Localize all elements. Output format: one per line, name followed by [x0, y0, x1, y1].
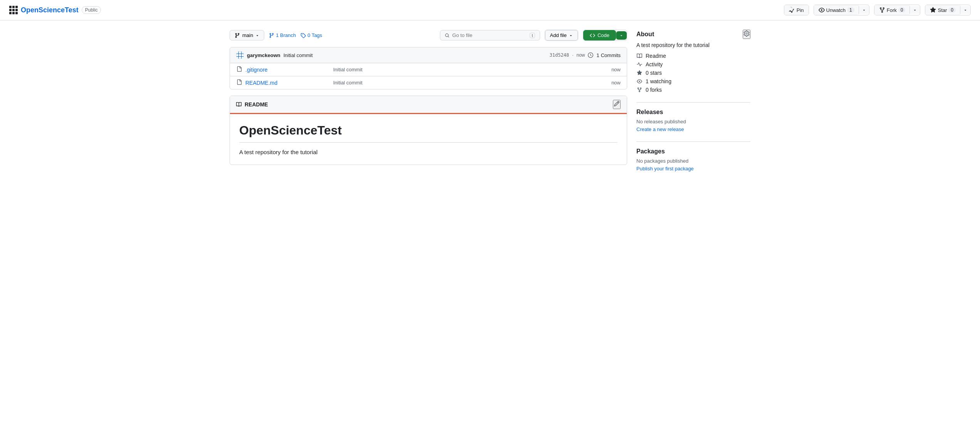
readme-body: OpenScienceTest A test repository for th… — [230, 114, 627, 165]
book-icon — [636, 53, 643, 59]
file-commit-message: Initial commit — [333, 80, 608, 86]
code-button-group: Code — [583, 30, 627, 41]
readme-title-area: README — [236, 101, 268, 108]
divider — [636, 102, 750, 103]
pencil-icon — [614, 101, 620, 107]
star-label: Star — [938, 7, 947, 13]
pulse-icon — [636, 62, 643, 67]
fork-button-group: Fork 0 — [874, 5, 921, 15]
unwatch-label: Unwatch — [826, 7, 846, 13]
fork-count-icon — [636, 87, 643, 93]
search-shortcut-badge: t — [530, 33, 535, 38]
readme-edit-button[interactable] — [613, 100, 621, 109]
tags-count-link[interactable]: 0 Tags — [300, 32, 322, 38]
packages-section: Packages No packages published Publish y… — [636, 148, 750, 172]
commit-meta: 31d5248 · now 1 Commits — [550, 52, 621, 58]
publish-package-link[interactable]: Publish your first package — [636, 166, 694, 172]
file-commit-message: Initial commit — [333, 67, 608, 72]
watching-count: 1 watching — [636, 78, 750, 84]
fork-label: Fork — [887, 7, 897, 13]
releases-section: Releases No releases published Create a … — [636, 109, 750, 132]
activity-link-label: Activity — [646, 61, 663, 67]
divider — [636, 141, 750, 142]
readme-heading: OpenScienceTest — [239, 123, 618, 143]
chevron-down-icon — [913, 8, 917, 12]
readme-section: README OpenScienceTest A test repository… — [230, 96, 627, 165]
fork-button[interactable]: Fork 0 — [874, 5, 910, 15]
about-description: A test repository for the tutorial — [636, 42, 750, 48]
github-logo — [9, 6, 18, 14]
branch-name: main — [242, 32, 253, 38]
unwatch-button-group: Unwatch 1 — [814, 5, 869, 15]
branch-count-link[interactable]: 1 Branch — [269, 32, 296, 38]
unwatch-dropdown[interactable] — [859, 6, 869, 14]
readme-header: README — [230, 96, 627, 114]
file-name-link[interactable]: .gitignore — [245, 67, 330, 73]
stars-count: 0 stars — [636, 70, 750, 76]
readme-link-label: Readme — [646, 53, 666, 59]
commit-hash: 31d5248 — [550, 52, 569, 58]
code-icon — [590, 33, 595, 38]
tags-count-number: 0 Tags — [307, 32, 322, 38]
file-name-link[interactable]: README.md — [245, 80, 330, 86]
watching-count-label: 1 watching — [646, 78, 671, 84]
about-title: About — [636, 31, 654, 38]
author-avatar — [236, 51, 244, 59]
pin-button-group: Pin — [784, 5, 809, 15]
pin-button[interactable]: Pin — [784, 5, 809, 15]
star-button[interactable]: Star 0 — [925, 5, 960, 15]
about-header: About — [636, 30, 750, 39]
commits-count: 1 — [596, 52, 599, 58]
star-count: 0 — [948, 7, 956, 13]
star-dropdown[interactable] — [960, 6, 970, 14]
eye-icon — [819, 7, 825, 13]
chevron-down-icon — [255, 34, 259, 37]
file-icon — [236, 66, 242, 73]
file-table: garymckeown Initial commit 31d5248 · now… — [230, 47, 627, 89]
goto-file-search[interactable]: t — [440, 30, 540, 40]
goto-file-input[interactable] — [452, 32, 527, 38]
add-file-button[interactable]: Add file — [545, 30, 578, 40]
about-links: Readme Activity 0 stars 1 watching 0 for… — [636, 53, 750, 93]
document-icon — [237, 66, 242, 72]
forks-count: 0 forks — [636, 87, 750, 93]
file-time: now — [611, 80, 621, 86]
branch-selector[interactable]: main — [230, 30, 264, 40]
fork-count: 0 — [898, 7, 906, 13]
code-button[interactable]: Code — [583, 30, 616, 40]
chevron-down-icon — [619, 34, 623, 37]
code-dropdown[interactable] — [616, 31, 627, 40]
chevron-down-icon — [569, 34, 573, 37]
star-count-icon — [636, 70, 643, 76]
pin-label: Pin — [797, 7, 804, 13]
commits-link[interactable]: 1 Commits — [596, 52, 621, 58]
file-icon — [236, 79, 242, 86]
header: OpenScienceTest Public Pin Unwatch 1 For… — [0, 0, 980, 20]
readme-link[interactable]: Readme — [636, 53, 750, 59]
create-release-link[interactable]: Create a new release — [636, 126, 684, 132]
unwatch-button[interactable]: Unwatch 1 — [814, 5, 859, 15]
eye-count-icon — [636, 79, 643, 84]
repo-name[interactable]: OpenScienceTest — [21, 6, 79, 14]
fork-dropdown[interactable] — [910, 6, 920, 14]
fork-icon — [879, 7, 885, 13]
repo-logo-area: OpenScienceTest Public — [9, 6, 101, 14]
add-file-group: Add file — [545, 30, 578, 41]
file-row: README.md Initial commit now — [230, 76, 627, 89]
book-icon — [236, 102, 242, 107]
file-row: .gitignore Initial commit now — [230, 63, 627, 76]
main-layout: main 1 Branch 0 Tags t — [220, 20, 760, 190]
search-icon — [445, 33, 450, 38]
forks-count-label: 0 forks — [646, 87, 662, 93]
chevron-down-icon — [862, 8, 866, 12]
about-settings-button[interactable] — [743, 30, 750, 39]
branch-count-icon — [269, 33, 274, 38]
readme-description: A test repository for the tutorial — [239, 149, 618, 155]
commit-author[interactable]: garymckeown — [247, 52, 280, 58]
releases-none-text: No releases published — [636, 119, 750, 124]
commit-bar: garymckeown Initial commit 31d5248 · now… — [230, 47, 627, 63]
readme-title-text: README — [245, 101, 268, 108]
pin-icon — [789, 7, 795, 13]
commit-dot: · — [572, 52, 573, 58]
activity-link[interactable]: Activity — [636, 61, 750, 67]
